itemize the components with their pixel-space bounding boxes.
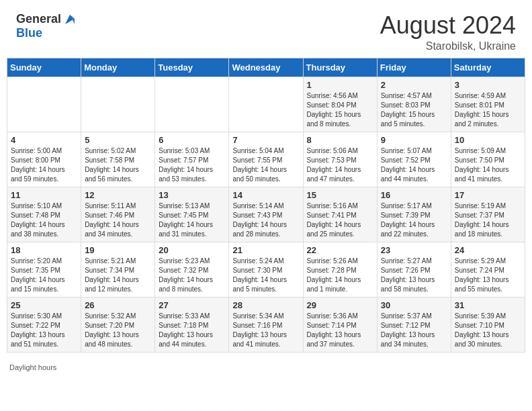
calendar-week-4: 18Sunrise: 5:20 AM Sunset: 7:35 PM Dayli… [7, 242, 525, 297]
calendar-cell: 1Sunrise: 4:56 AM Sunset: 8:04 PM Daylig… [303, 77, 377, 132]
day-info: Sunrise: 5:14 AM Sunset: 7:43 PM Dayligh… [232, 201, 299, 239]
day-info: Sunrise: 5:02 AM Sunset: 7:58 PM Dayligh… [85, 146, 151, 184]
logo: General Blue [16, 12, 77, 40]
day-info: Sunrise: 5:21 AM Sunset: 7:34 PM Dayligh… [85, 257, 151, 294]
calendar-cell [155, 77, 229, 132]
day-number: 31 [455, 300, 521, 310]
calendar-cell: 9Sunrise: 5:07 AM Sunset: 7:52 PM Daylig… [377, 132, 451, 187]
day-info: Sunrise: 5:19 AM Sunset: 7:37 PM Dayligh… [455, 201, 521, 239]
col-sunday: Sunday [7, 58, 81, 77]
day-info: Sunrise: 5:30 AM Sunset: 7:22 PM Dayligh… [11, 312, 77, 349]
calendar-cell: 2Sunrise: 4:57 AM Sunset: 8:03 PM Daylig… [377, 77, 451, 132]
calendar-cell: 20Sunrise: 5:23 AM Sunset: 7:32 PM Dayli… [155, 242, 229, 297]
calendar-cell: 16Sunrise: 5:17 AM Sunset: 7:39 PM Dayli… [377, 187, 451, 242]
calendar-cell: 17Sunrise: 5:19 AM Sunset: 7:37 PM Dayli… [451, 187, 525, 242]
calendar-cell: 29Sunrise: 5:36 AM Sunset: 7:14 PM Dayli… [303, 297, 377, 352]
day-info: Sunrise: 5:16 AM Sunset: 7:41 PM Dayligh… [307, 201, 373, 239]
calendar-cell: 23Sunrise: 5:27 AM Sunset: 7:26 PM Dayli… [377, 242, 451, 297]
day-info: Sunrise: 5:17 AM Sunset: 7:39 PM Dayligh… [381, 201, 447, 239]
day-info: Sunrise: 5:27 AM Sunset: 7:26 PM Dayligh… [381, 257, 447, 294]
day-number: 25 [11, 300, 77, 310]
day-info: Sunrise: 5:29 AM Sunset: 7:24 PM Dayligh… [455, 257, 521, 294]
day-number: 17 [455, 190, 521, 200]
page-header: General Blue August 2024 Starobilsk, Ukr… [0, 0, 532, 58]
day-number: 22 [307, 245, 373, 255]
day-info: Sunrise: 5:13 AM Sunset: 7:45 PM Dayligh… [159, 201, 225, 239]
col-wednesday: Wednesday [229, 58, 303, 77]
calendar-cell: 26Sunrise: 5:32 AM Sunset: 7:20 PM Dayli… [81, 297, 155, 352]
day-number: 26 [85, 300, 151, 310]
calendar-table: Sunday Monday Tuesday Wednesday Thursday… [7, 58, 525, 353]
calendar: Sunday Monday Tuesday Wednesday Thursday… [0, 58, 532, 359]
day-info: Sunrise: 5:34 AM Sunset: 7:16 PM Dayligh… [232, 312, 299, 349]
calendar-cell: 10Sunrise: 5:09 AM Sunset: 7:50 PM Dayli… [451, 132, 525, 187]
day-number: 10 [455, 135, 521, 145]
day-info: Sunrise: 5:07 AM Sunset: 7:52 PM Dayligh… [381, 146, 447, 184]
day-number: 11 [11, 190, 77, 200]
day-info: Sunrise: 5:24 AM Sunset: 7:30 PM Dayligh… [232, 257, 299, 294]
day-info: Sunrise: 5:39 AM Sunset: 7:10 PM Dayligh… [455, 312, 521, 349]
day-info: Sunrise: 5:10 AM Sunset: 7:48 PM Dayligh… [11, 201, 77, 239]
calendar-cell: 21Sunrise: 5:24 AM Sunset: 7:30 PM Dayli… [229, 242, 303, 297]
day-number: 6 [159, 135, 225, 145]
calendar-cell: 25Sunrise: 5:30 AM Sunset: 7:22 PM Dayli… [7, 297, 81, 352]
day-number: 20 [159, 245, 225, 255]
calendar-cell: 30Sunrise: 5:37 AM Sunset: 7:12 PM Dayli… [377, 297, 451, 352]
calendar-cell: 3Sunrise: 4:59 AM Sunset: 8:01 PM Daylig… [451, 77, 525, 132]
day-info: Sunrise: 5:06 AM Sunset: 7:53 PM Dayligh… [307, 146, 373, 184]
calendar-cell: 5Sunrise: 5:02 AM Sunset: 7:58 PM Daylig… [81, 132, 155, 187]
calendar-cell: 28Sunrise: 5:34 AM Sunset: 7:16 PM Dayli… [229, 297, 303, 352]
day-info: Sunrise: 5:03 AM Sunset: 7:57 PM Dayligh… [159, 146, 225, 184]
day-number: 1 [307, 80, 373, 90]
day-number: 13 [159, 190, 225, 200]
day-number: 16 [381, 190, 447, 200]
day-info: Sunrise: 5:26 AM Sunset: 7:28 PM Dayligh… [307, 257, 373, 294]
calendar-cell: 11Sunrise: 5:10 AM Sunset: 7:48 PM Dayli… [7, 187, 81, 242]
calendar-cell: 27Sunrise: 5:33 AM Sunset: 7:18 PM Dayli… [155, 297, 229, 352]
day-number: 30 [381, 300, 447, 310]
day-info: Sunrise: 4:56 AM Sunset: 8:04 PM Dayligh… [307, 91, 373, 129]
col-friday: Friday [377, 58, 451, 77]
calendar-cell: 14Sunrise: 5:14 AM Sunset: 7:43 PM Dayli… [229, 187, 303, 242]
day-info: Sunrise: 5:36 AM Sunset: 7:14 PM Dayligh… [307, 312, 373, 349]
day-number: 9 [381, 135, 447, 145]
day-number: 3 [455, 80, 521, 90]
logo-general: General [16, 13, 61, 26]
calendar-week-5: 25Sunrise: 5:30 AM Sunset: 7:22 PM Dayli… [7, 297, 525, 352]
day-info: Sunrise: 5:11 AM Sunset: 7:46 PM Dayligh… [85, 201, 151, 239]
calendar-week-3: 11Sunrise: 5:10 AM Sunset: 7:48 PM Dayli… [7, 187, 525, 242]
day-info: Sunrise: 5:32 AM Sunset: 7:20 PM Dayligh… [85, 312, 151, 349]
day-info: Sunrise: 4:57 AM Sunset: 8:03 PM Dayligh… [381, 91, 447, 129]
day-info: Sunrise: 5:37 AM Sunset: 7:12 PM Dayligh… [381, 312, 447, 349]
col-monday: Monday [81, 58, 155, 77]
day-number: 15 [307, 190, 373, 200]
day-number: 8 [307, 135, 373, 145]
calendar-cell [7, 77, 81, 132]
calendar-cell: 31Sunrise: 5:39 AM Sunset: 7:10 PM Dayli… [451, 297, 525, 352]
day-info: Sunrise: 5:33 AM Sunset: 7:18 PM Dayligh… [159, 312, 225, 349]
day-number: 2 [381, 80, 447, 90]
logo-blue: Blue [16, 26, 42, 40]
day-info: Sunrise: 5:23 AM Sunset: 7:32 PM Dayligh… [159, 257, 225, 294]
day-number: 18 [11, 245, 77, 255]
calendar-cell: 13Sunrise: 5:13 AM Sunset: 7:45 PM Dayli… [155, 187, 229, 242]
month-year: August 2024 [380, 12, 516, 39]
calendar-cell: 19Sunrise: 5:21 AM Sunset: 7:34 PM Dayli… [81, 242, 155, 297]
day-info: Sunrise: 5:04 AM Sunset: 7:55 PM Dayligh… [232, 146, 299, 184]
calendar-cell: 8Sunrise: 5:06 AM Sunset: 7:53 PM Daylig… [303, 132, 377, 187]
footer-note: Daylight hours [0, 359, 532, 375]
calendar-cell: 24Sunrise: 5:29 AM Sunset: 7:24 PM Dayli… [451, 242, 525, 297]
day-number: 28 [232, 300, 299, 310]
calendar-cell [81, 77, 155, 132]
calendar-cell: 6Sunrise: 5:03 AM Sunset: 7:57 PM Daylig… [155, 132, 229, 187]
day-number: 7 [232, 135, 299, 145]
day-number: 12 [85, 190, 151, 200]
location: Starobilsk, Ukraine [380, 40, 516, 52]
calendar-cell: 7Sunrise: 5:04 AM Sunset: 7:55 PM Daylig… [229, 132, 303, 187]
day-number: 29 [307, 300, 373, 310]
day-number: 14 [232, 190, 299, 200]
day-number: 21 [232, 245, 299, 255]
calendar-cell: 22Sunrise: 5:26 AM Sunset: 7:28 PM Dayli… [303, 242, 377, 297]
day-info: Sunrise: 5:20 AM Sunset: 7:35 PM Dayligh… [11, 257, 77, 294]
col-tuesday: Tuesday [155, 58, 229, 77]
